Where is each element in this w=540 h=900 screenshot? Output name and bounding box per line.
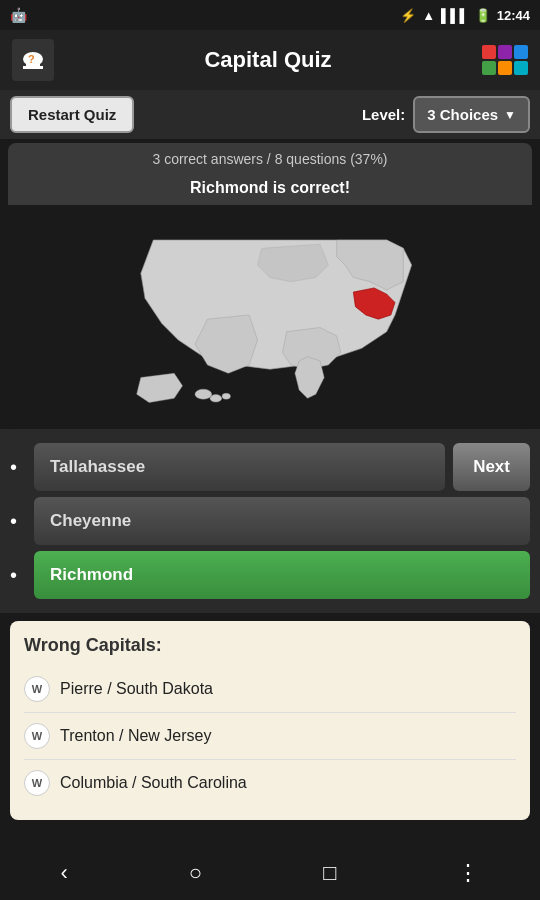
- status-right: ⚡ ▲ ▌▌▌ 🔋 12:44: [400, 8, 530, 23]
- wrong-item-1[interactable]: W Pierre / South Dakota: [24, 666, 516, 713]
- app-logo-icon: ?: [12, 39, 54, 81]
- signal-icon: ▌▌▌: [441, 8, 469, 23]
- wifi-icon: ▲: [422, 8, 435, 23]
- svg-point-6: [195, 389, 212, 399]
- bottom-navigation: ‹ ○ □ ⋮: [0, 846, 540, 900]
- quiz-stats: 3 correct answers / 8 questions (37%): [8, 143, 532, 175]
- header-grid-icon[interactable]: [482, 45, 528, 75]
- svg-point-7: [210, 395, 222, 403]
- next-button[interactable]: Next: [453, 443, 530, 491]
- choice-button-tallahassee[interactable]: Tallahassee: [34, 443, 445, 491]
- level-label: Level:: [362, 106, 405, 123]
- more-options-button[interactable]: ⋮: [447, 850, 489, 896]
- dropdown-arrow-icon: ▼: [504, 108, 516, 122]
- choice-button-cheyenne[interactable]: Cheyenne: [34, 497, 530, 545]
- bullet-1: •: [10, 456, 26, 479]
- bullet-2: •: [10, 510, 26, 533]
- grid-color-cell: [482, 45, 496, 59]
- usa-map-svg: [60, 215, 480, 415]
- wrong-capitals-section: Wrong Capitals: W Pierre / South Dakota …: [10, 621, 530, 820]
- recents-button[interactable]: □: [313, 850, 346, 896]
- quiz-panel: 3 correct answers / 8 questions (37%) Ri…: [8, 143, 532, 425]
- grid-color-cell: [498, 45, 512, 59]
- map-container: [8, 205, 532, 425]
- status-bar: 🤖 ⚡ ▲ ▌▌▌ 🔋 12:44: [0, 0, 540, 30]
- grid-color-cell: [514, 61, 528, 75]
- restart-button[interactable]: Restart Quiz: [10, 96, 134, 133]
- choices-section: • Tallahassee Next • Cheyenne • Richmond: [0, 429, 540, 613]
- android-icon: 🤖: [10, 7, 27, 23]
- wikipedia-icon-1: W: [24, 676, 50, 702]
- choices-label: 3 Choices: [427, 106, 498, 123]
- header-logo: ?: [12, 39, 54, 81]
- choice-button-richmond[interactable]: Richmond: [34, 551, 530, 599]
- wrong-capitals-title: Wrong Capitals:: [24, 635, 516, 656]
- bullet-3: •: [10, 564, 26, 587]
- back-button[interactable]: ‹: [51, 850, 78, 896]
- level-dropdown[interactable]: 3 Choices ▼: [413, 96, 530, 133]
- svg-rect-3: [23, 66, 43, 69]
- wrong-text-3: Columbia / South Carolina: [60, 774, 247, 792]
- wikipedia-icon-2: W: [24, 723, 50, 749]
- grid-color-cell: [498, 61, 512, 75]
- quiz-correct-message: Richmond is correct!: [8, 175, 532, 205]
- choice-row-2: • Cheyenne: [10, 497, 530, 545]
- wrong-text-1: Pierre / South Dakota: [60, 680, 213, 698]
- clock: 12:44: [497, 8, 530, 23]
- svg-point-8: [222, 393, 230, 399]
- app-header: ? Capital Quiz: [0, 30, 540, 90]
- wikipedia-icon-3: W: [24, 770, 50, 796]
- home-button[interactable]: ○: [179, 850, 212, 896]
- choice-row-3: • Richmond: [10, 551, 530, 599]
- bluetooth-icon: ⚡: [400, 8, 416, 23]
- app-title: Capital Quiz: [204, 47, 331, 73]
- choice-row-1: • Tallahassee Next: [10, 443, 530, 491]
- controls-row: Restart Quiz Level: 3 Choices ▼: [0, 90, 540, 139]
- status-left: 🤖: [10, 7, 27, 23]
- grid-color-cell: [482, 61, 496, 75]
- battery-icon: 🔋: [475, 8, 491, 23]
- wrong-item-3[interactable]: W Columbia / South Carolina: [24, 760, 516, 806]
- svg-text:?: ?: [28, 53, 35, 65]
- grid-color-cell: [514, 45, 528, 59]
- level-control: Level: 3 Choices ▼: [362, 96, 530, 133]
- wrong-text-2: Trenton / New Jersey: [60, 727, 211, 745]
- wrong-item-2[interactable]: W Trenton / New Jersey: [24, 713, 516, 760]
